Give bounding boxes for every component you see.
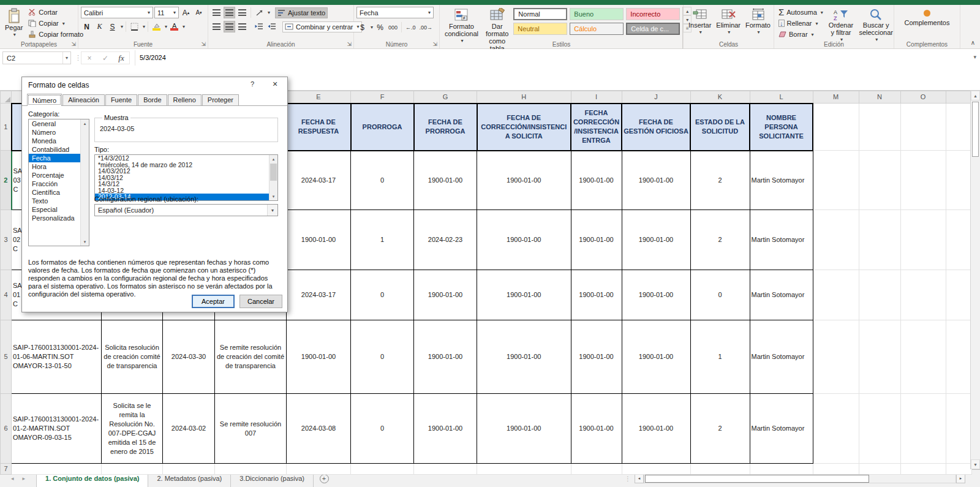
category-list[interactable]: General Número Moneda Contabilidad Fecha… (28, 119, 89, 246)
fill-button[interactable]: ↓ Rellenar ▾ (777, 18, 825, 29)
cell-E7[interactable] (287, 464, 351, 475)
cell-D7[interactable] (215, 464, 287, 475)
cell-F4[interactable]: 0 (351, 270, 414, 320)
cell-N1[interactable] (859, 104, 900, 151)
cut-button[interactable]: Cortar (26, 7, 85, 18)
col-header-G[interactable]: G (414, 91, 477, 104)
cell-C5[interactable]: 2024-03-30 (163, 320, 215, 394)
category-scroll-down-icon[interactable]: ▾ (81, 238, 89, 246)
autosum-button[interactable]: Σ Autosuma ▾ (777, 7, 825, 18)
cell-I7[interactable] (571, 464, 622, 475)
row-header-6[interactable]: 6 (1, 394, 12, 464)
cell-L1[interactable]: NOMBRE PERSONA SOLICITANTE (750, 104, 813, 151)
underline-dropdown-icon[interactable]: ▾ (121, 24, 123, 29)
cell-I1[interactable]: FECHA CORRECCIÓN /INSISTENCIA ENTRGA (571, 104, 622, 151)
decrease-indent-button[interactable] (253, 21, 265, 32)
cancel-entry-icon[interactable]: × (81, 54, 97, 62)
cell-I6[interactable]: 1900-01-00 (571, 394, 622, 464)
cell-style-neutral[interactable]: Neutral (513, 23, 567, 35)
cell-L3[interactable]: Martin Sotomayor (750, 210, 813, 270)
col-header-L[interactable]: L (750, 91, 813, 104)
name-box-dropdown-icon[interactable]: ▾ (62, 52, 70, 64)
increase-font-button[interactable]: A▴ (180, 7, 192, 18)
cell-D6[interactable]: Se remite resolución 007 (215, 394, 287, 464)
borders-button[interactable] (129, 21, 140, 32)
borders-dropdown-icon[interactable]: ▾ (143, 24, 145, 29)
dialog-help-button[interactable]: ? (247, 80, 258, 88)
cell-P7[interactable] (946, 464, 971, 475)
tab-borde[interactable]: Borde (138, 94, 167, 105)
cell-H2[interactable]: 1900-01-00 (477, 151, 571, 210)
format-cells-button[interactable]: Formato ▾ (743, 7, 773, 37)
cell-E1[interactable]: FECHA DE RESPUESTA (287, 104, 351, 151)
cell-P4[interactable] (946, 270, 971, 320)
locale-combobox[interactable]: Español (Ecuador) ▾ (94, 204, 278, 216)
alignment-dialog-launcher[interactable]: ⇲ (347, 41, 352, 47)
cell-P1[interactable] (946, 104, 971, 151)
cell-P5[interactable] (946, 320, 971, 394)
orientation-button[interactable] (254, 7, 265, 18)
col-header-F[interactable]: F (351, 91, 414, 104)
cell-M1[interactable] (813, 104, 859, 151)
row-header-3[interactable]: 3 (1, 210, 12, 270)
cell-K1[interactable]: ESTADO DE LA SOLICITUD (690, 104, 750, 151)
cell-style-bad[interactable]: Incorrecto (626, 8, 680, 20)
cell-N3[interactable] (859, 210, 900, 270)
dialog-close-button[interactable]: × (269, 79, 281, 89)
confirm-entry-icon[interactable]: ✓ (97, 54, 113, 62)
cell-B6[interactable]: Solicita se le remita la Resolución No. … (102, 394, 163, 464)
cell-J3[interactable]: 1900-01-00 (622, 210, 690, 270)
cell-I4[interactable]: 1900-01-00 (571, 270, 622, 320)
cell-J1[interactable]: FECHA DE GESTIÓN OFICIOSA (622, 104, 690, 151)
cell-L6[interactable]: Martin Sotomayor (750, 394, 813, 464)
tab-proteger[interactable]: Proteger (202, 94, 239, 105)
cell-style-calculation[interactable]: Cálculo (570, 23, 624, 35)
cell-P2[interactable] (946, 151, 971, 210)
type-scroll-up-icon[interactable]: ▴ (270, 155, 277, 163)
cell-M5[interactable] (813, 320, 859, 394)
category-contabilidad[interactable]: Contabilidad (29, 145, 81, 154)
cell-O4[interactable] (900, 270, 946, 320)
delete-cells-button[interactable]: Eliminar ▾ (714, 7, 743, 37)
paste-button[interactable]: Pegar ▾ (2, 7, 25, 40)
row-header-5[interactable]: 5 (1, 320, 12, 394)
align-center-button[interactable] (224, 21, 235, 32)
cell-style-check-cell[interactable]: Celda de c... (626, 23, 680, 35)
col-header-I[interactable]: I (571, 91, 622, 104)
select-all-corner[interactable] (1, 91, 12, 104)
type-option-3[interactable]: 14/03/12 (95, 175, 270, 181)
cell-N6[interactable] (859, 394, 900, 464)
number-dialog-launcher[interactable]: ⇲ (432, 41, 437, 47)
col-header-O[interactable]: O (900, 91, 946, 104)
hscroll-right-icon[interactable]: ▸ (956, 474, 965, 483)
cell-C7[interactable] (163, 464, 215, 475)
row-header-2[interactable]: 2 (1, 151, 12, 210)
sheet-nav-left-icon[interactable]: ◂ (11, 475, 14, 481)
font-color-dropdown-icon[interactable]: ▾ (183, 24, 185, 29)
cell-P6[interactable] (946, 394, 971, 464)
sheet-nav-right-icon[interactable]: ▸ (23, 475, 26, 481)
cell-K6[interactable]: 2 (690, 394, 750, 464)
row-header-1[interactable]: 1 (1, 104, 12, 151)
currency-button[interactable]: $ (356, 21, 368, 33)
cell-O6[interactable] (900, 394, 946, 464)
cell-N5[interactable] (859, 320, 900, 394)
wrap-text-button[interactable]: Ajustar texto (275, 7, 328, 18)
cell-L2[interactable]: Martin Sotomayor (750, 151, 813, 210)
category-list-scrollbar[interactable]: ▴ ▾ (80, 119, 89, 246)
find-select-button[interactable]: Buscar y seleccionar ▾ (857, 7, 895, 45)
cell-D5[interactable]: Se remite resolución de creación del com… (215, 320, 287, 394)
percent-button[interactable]: % (374, 21, 386, 33)
type-option-2[interactable]: 14/03/2012 (95, 168, 270, 175)
fill-color-button[interactable] (151, 21, 162, 32)
col-header-H[interactable]: H (477, 91, 571, 104)
col-header-extra[interactable] (946, 91, 971, 104)
underline-button[interactable]: S (107, 21, 118, 32)
sort-filter-button[interactable]: AZ Ordenar y filtrar ▾ (826, 7, 856, 45)
category-texto[interactable]: Texto (29, 197, 81, 205)
number-format-combobox[interactable]: Fecha ▾ (356, 7, 434, 18)
col-header-J[interactable]: J (622, 91, 690, 104)
row-header-7[interactable]: 7 (1, 464, 12, 475)
category-general[interactable]: General (29, 119, 81, 128)
cell-G3[interactable]: 2024-02-23 (414, 210, 477, 270)
